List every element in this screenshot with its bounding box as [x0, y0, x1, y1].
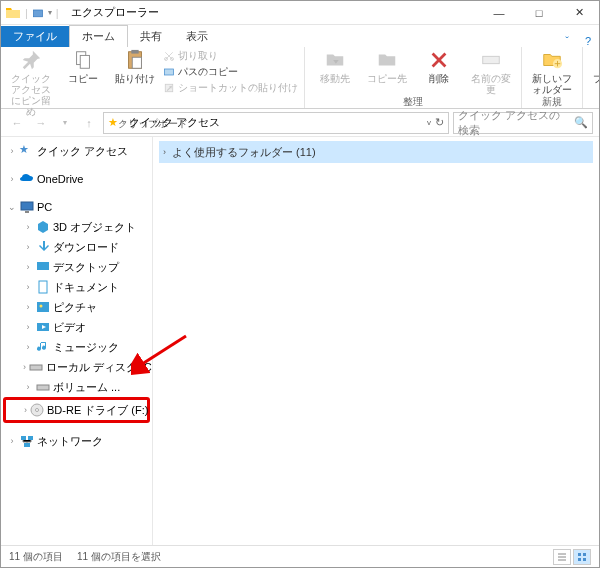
cut-button[interactable]: 切り取り — [163, 49, 298, 63]
moveto-icon — [324, 49, 346, 71]
shortcut-icon — [163, 82, 175, 94]
pin-icon — [20, 49, 42, 71]
tree-localdisk[interactable]: ›ローカル ディスク (C:) — [1, 357, 152, 377]
refresh-button[interactable]: ↻ — [435, 116, 444, 129]
tree-pc[interactable]: ⌄PC — [1, 197, 152, 217]
view-details-button[interactable] — [553, 549, 571, 565]
copypath-button[interactable]: パスのコピー — [163, 65, 298, 79]
network-icon — [19, 433, 35, 449]
properties-button[interactable]: プロパティ — [589, 49, 600, 95]
qat-separator: | — [25, 7, 28, 19]
chevron-right-icon[interactable]: › — [23, 282, 33, 292]
address-box[interactable]: ★ › クイック アクセス v ↻ — [103, 112, 449, 134]
search-box[interactable]: クイック アクセスの検索 🔍 — [453, 112, 593, 134]
chevron-right-icon[interactable]: › — [23, 342, 33, 352]
svg-rect-8 — [165, 69, 174, 75]
chevron-right-icon[interactable]: › — [24, 405, 27, 415]
folder-group-header[interactable]: › よく使用するフォルダー (11) — [159, 141, 593, 163]
scissors-icon — [163, 50, 175, 62]
tree-videos[interactable]: ›ビデオ — [1, 317, 152, 337]
chevron-right-icon: › — [122, 118, 125, 127]
qat-separator2: | — [56, 7, 59, 19]
chevron-right-icon[interactable]: › — [23, 262, 33, 272]
desktop-icon — [35, 259, 51, 275]
pasteshortcut-button[interactable]: ショートカットの貼り付け — [163, 81, 298, 95]
nav-up[interactable]: ↑ — [79, 113, 99, 133]
tree-downloads[interactable]: ›ダウンロード — [1, 237, 152, 257]
breadcrumb[interactable]: クイック アクセス — [129, 115, 220, 130]
onedrive-icon — [19, 171, 35, 187]
chevron-down-icon[interactable]: ⌄ — [7, 202, 17, 212]
tree-quickaccess[interactable]: ›★クイック アクセス — [1, 141, 152, 161]
tab-view[interactable]: 表示 — [174, 26, 220, 47]
newfolder-icon — [541, 49, 563, 71]
pictures-icon — [35, 299, 51, 315]
quick-access-toolbar: | ▾ | — [1, 5, 63, 21]
minimize-button[interactable]: — — [479, 1, 519, 25]
tab-share[interactable]: 共有 — [128, 26, 174, 47]
help-button[interactable]: ? — [577, 35, 599, 47]
svg-rect-22 — [25, 211, 29, 213]
pin-quickaccess-button[interactable]: クイック アクセスにピン留め — [7, 49, 55, 117]
window-controls: — □ ✕ — [479, 1, 599, 25]
nav-back[interactable]: ← — [7, 113, 27, 133]
chevron-right-icon[interactable]: › — [23, 222, 33, 232]
chevron-right-icon[interactable]: › — [7, 174, 17, 184]
svg-rect-2 — [80, 55, 89, 68]
tree-onedrive[interactable]: ›OneDrive — [1, 169, 152, 189]
chevron-right-icon[interactable]: › — [23, 302, 33, 312]
tree-music[interactable]: ›ミュージック — [1, 337, 152, 357]
view-mode-buttons — [553, 549, 591, 565]
newfolder-button[interactable]: 新しいフォルダー — [528, 49, 576, 95]
icons-icon — [577, 552, 587, 562]
music-icon — [35, 339, 51, 355]
qat-folder-icon[interactable] — [32, 7, 44, 19]
tree-bdre-drive[interactable]: ›BD-RE ドライブ (F:) — [6, 400, 147, 420]
navigation-pane: ›★クイック アクセス ›OneDrive ⌄PC ›3D オブジェクト ›ダウ… — [1, 137, 153, 546]
qat-dropdown[interactable]: ▾ — [48, 8, 52, 17]
drive-icon — [28, 359, 44, 375]
chevron-right-icon: › — [163, 147, 166, 157]
chevron-right-icon[interactable]: › — [23, 362, 26, 372]
address-dropdown[interactable]: v — [427, 118, 431, 127]
address-bar: ← → ▾ ↑ ★ › クイック アクセス v ↻ クイック アクセスの検索 🔍 — [1, 109, 599, 137]
tab-file[interactable]: ファイル — [1, 26, 69, 47]
tree-network[interactable]: ›ネットワーク — [1, 431, 152, 451]
tree-3dobjects[interactable]: ›3D オブジェクト — [1, 217, 152, 237]
tree-pictures[interactable]: ›ピクチャ — [1, 297, 152, 317]
view-icons-button[interactable] — [573, 549, 591, 565]
moveto-button[interactable]: 移動先 — [311, 49, 359, 84]
delete-icon — [428, 49, 450, 71]
nav-recent[interactable]: ▾ — [55, 113, 75, 133]
maximize-button[interactable]: □ — [519, 1, 559, 25]
nav-forward[interactable]: → — [31, 113, 51, 133]
chevron-right-icon[interactable]: › — [23, 242, 33, 252]
tab-home[interactable]: ホーム — [69, 25, 128, 47]
rename-button[interactable]: 名前の変更 — [467, 49, 515, 95]
svg-rect-37 — [578, 558, 581, 561]
main-pane[interactable]: › よく使用するフォルダー (11) — [153, 137, 599, 546]
svg-rect-38 — [583, 558, 586, 561]
tree-desktop[interactable]: ›デスクトップ — [1, 257, 152, 277]
ribbon-collapse[interactable]: ˇ — [557, 35, 577, 47]
delete-button[interactable]: 削除 — [415, 49, 463, 84]
svg-rect-10 — [483, 56, 500, 63]
status-bar: 11 個の項目 11 個の項目を選択 — [1, 545, 599, 567]
search-icon: 🔍 — [574, 116, 588, 129]
chevron-right-icon[interactable]: › — [7, 146, 17, 156]
chevron-right-icon[interactable]: › — [7, 436, 17, 446]
status-item-count: 11 個の項目 — [9, 550, 63, 564]
close-button[interactable]: ✕ — [559, 1, 599, 25]
tree-volume[interactable]: ›ボリューム ... — [1, 377, 152, 397]
chevron-right-icon[interactable]: › — [23, 322, 33, 332]
svg-point-26 — [40, 305, 43, 308]
copyto-button[interactable]: コピー先 — [363, 49, 411, 84]
tree-documents[interactable]: ›ドキュメント — [1, 277, 152, 297]
copy-button[interactable]: コピー — [59, 49, 107, 84]
window-title: エクスプローラー — [63, 5, 479, 20]
group-organize: 移動先 コピー先 削除 名前の変更 整理 — [305, 47, 522, 108]
copypath-icon — [163, 66, 175, 78]
explorer-icon — [5, 5, 21, 21]
paste-button[interactable]: 貼り付け — [111, 49, 159, 84]
chevron-right-icon[interactable]: › — [23, 382, 33, 392]
